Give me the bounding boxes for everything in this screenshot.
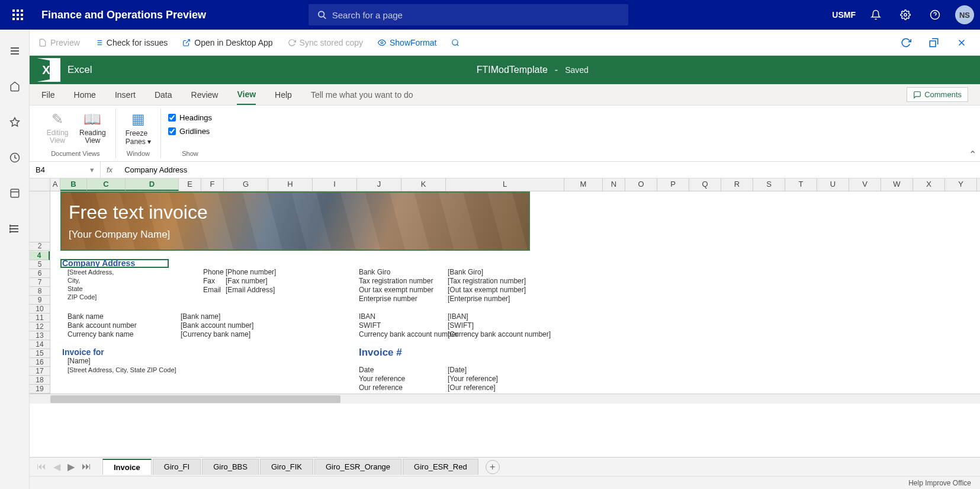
cell-value[interactable]: [Date] — [448, 366, 467, 375]
cell-value[interactable]: [Email Address] — [226, 286, 275, 295]
settings-icon[interactable] — [896, 5, 915, 24]
cell-value[interactable]: Fax — [203, 277, 215, 286]
search-box[interactable] — [309, 4, 628, 25]
tab-help[interactable]: Help — [275, 85, 292, 104]
cell-value[interactable]: Enterprise number — [359, 295, 417, 303]
cell-value[interactable]: [Phone number] — [226, 268, 276, 277]
row-header[interactable]: 4 — [30, 251, 50, 260]
help-icon[interactable] — [926, 5, 944, 24]
add-sheet-button[interactable]: + — [486, 460, 500, 474]
cell-value[interactable]: [Fax number] — [226, 277, 268, 286]
horizontal-scrollbar[interactable] — [30, 394, 980, 404]
close-button[interactable] — [952, 33, 971, 52]
column-header[interactable]: V — [849, 178, 881, 191]
row-header[interactable]: 18 — [30, 376, 50, 385]
row-header[interactable]: 15 — [30, 349, 50, 358]
column-header[interactable]: X — [913, 178, 945, 191]
cell-value[interactable]: [Currency bank name] — [181, 330, 250, 339]
column-header[interactable]: L — [446, 178, 564, 191]
row-header[interactable]: 12 — [30, 322, 50, 331]
column-header[interactable]: R — [721, 178, 753, 191]
workspaces-icon[interactable] — [5, 184, 24, 203]
column-header[interactable]: M — [564, 178, 603, 191]
row-header[interactable]: 7 — [30, 278, 50, 287]
sheet-tab[interactable]: Giro_ESR_Red — [403, 459, 478, 475]
section-header[interactable]: Company Address — [62, 259, 135, 268]
document-name[interactable]: FTIModTemplate — [477, 65, 548, 75]
search-toolbar-button[interactable] — [451, 39, 460, 47]
row-header[interactable]: 13 — [30, 331, 50, 340]
cell-value[interactable]: Email — [203, 286, 221, 295]
check-issues-button[interactable]: Check for issues — [95, 38, 168, 47]
cell-value[interactable]: Your reference — [359, 375, 405, 383]
column-header[interactable]: W — [881, 178, 913, 191]
section-header[interactable]: Invoice for — [62, 348, 104, 357]
row-header[interactable]: 11 — [30, 314, 50, 322]
cell-value[interactable]: Tax registration number — [359, 277, 433, 286]
column-header[interactable]: N — [603, 178, 625, 191]
column-header[interactable]: C — [87, 178, 126, 191]
column-header[interactable]: H — [268, 178, 313, 191]
cell-value[interactable]: [Currency bank account number] — [448, 330, 551, 339]
show-format-button[interactable]: ShowFormat — [378, 38, 436, 47]
cell-value[interactable]: [Enterprise number] — [448, 295, 510, 303]
column-header[interactable]: K — [401, 178, 446, 191]
cell-value[interactable]: [Street Address, City, State ZIP Code] — [68, 268, 114, 301]
fx-icon[interactable]: fx — [101, 165, 118, 174]
sheet-tab[interactable]: Giro_FIK — [260, 459, 313, 475]
column-header[interactable]: A — [50, 178, 60, 191]
cell-value[interactable]: Bank Giro — [359, 268, 390, 277]
tab-view[interactable]: View — [237, 85, 256, 105]
cell-value[interactable]: Bank name — [68, 312, 104, 321]
cell-value[interactable]: IBAN — [359, 312, 375, 321]
legal-entity[interactable]: USMF — [832, 10, 856, 20]
cell-value[interactable]: [Name] — [68, 357, 91, 366]
column-header[interactable]: Q — [689, 178, 721, 191]
freeze-panes-button[interactable]: ▦Freeze Panes ▾ — [123, 108, 153, 148]
comments-button[interactable]: Comments — [907, 87, 968, 102]
cell-value[interactable]: Phone — [203, 268, 224, 277]
column-header[interactable]: I — [313, 178, 357, 191]
cell-value[interactable]: [Out tax exempt number] — [448, 286, 526, 295]
cell-value[interactable]: [Our reference] — [448, 383, 496, 392]
row-header[interactable]: 17 — [30, 367, 50, 376]
column-header[interactable]: P — [657, 178, 689, 191]
favorites-icon[interactable] — [5, 113, 24, 132]
tab-insert[interactable]: Insert — [115, 85, 136, 104]
column-header[interactable]: F — [201, 178, 224, 191]
cell-value[interactable]: [Street Address, City, State ZIP Code] — [68, 366, 176, 375]
spreadsheet-grid[interactable]: ABCDEFGHIJKLMNOPQRSTUVWXY 24567891011121… — [30, 178, 980, 457]
modules-icon[interactable] — [5, 219, 24, 238]
tell-me-input[interactable]: Tell me what you want to do — [311, 85, 413, 104]
select-all-corner[interactable] — [30, 178, 50, 191]
home-icon[interactable] — [5, 77, 24, 96]
row-header[interactable]: 6 — [30, 269, 50, 278]
headings-checkbox[interactable]: Headings — [168, 113, 212, 122]
cell-value[interactable]: Currency bank name — [68, 330, 133, 339]
column-header[interactable]: E — [179, 178, 201, 191]
row-header[interactable]: 2 — [30, 242, 50, 242]
column-header[interactable]: G — [224, 178, 268, 191]
search-input[interactable] — [332, 10, 619, 20]
cell-value[interactable]: Currency bank account number — [359, 330, 458, 339]
gridlines-checkbox[interactable]: Gridlines — [168, 127, 212, 136]
column-header[interactable]: J — [357, 178, 401, 191]
column-header[interactable]: U — [817, 178, 849, 191]
sheet-tab[interactable]: Giro_ESR_Orange — [314, 459, 401, 475]
section-header[interactable]: Invoice # — [359, 348, 402, 357]
tab-data[interactable]: Data — [155, 85, 172, 104]
cell-value[interactable]: [Bank Giro] — [448, 268, 483, 277]
cell-value[interactable]: SWIFT — [359, 321, 381, 330]
user-avatar[interactable]: NS — [955, 5, 974, 24]
row-header[interactable]: 14 — [30, 340, 50, 349]
status-text[interactable]: Help Improve Office — [908, 479, 971, 487]
cell-value[interactable]: Date — [359, 366, 374, 375]
cell-value[interactable]: Our tax exempt number — [359, 286, 433, 295]
row-header[interactable]: 16 — [30, 358, 50, 367]
tab-review[interactable]: Review — [191, 85, 219, 104]
hamburger-icon[interactable] — [5, 41, 24, 60]
name-box[interactable]: B4▾ — [30, 162, 101, 178]
formula-input[interactable] — [118, 165, 980, 174]
app-launcher-icon[interactable] — [6, 3, 30, 27]
column-header[interactable]: T — [785, 178, 817, 191]
